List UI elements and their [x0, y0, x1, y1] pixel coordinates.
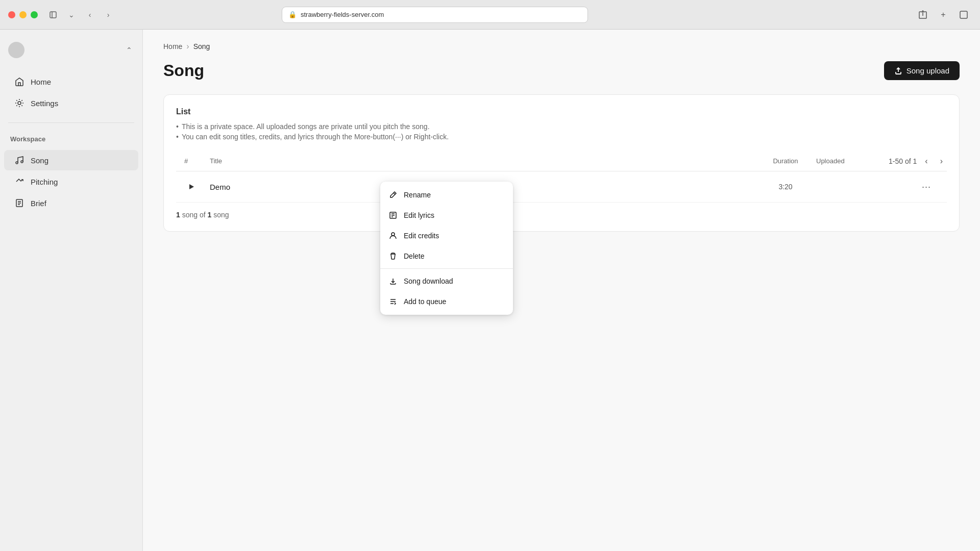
sidebar-item-pitching[interactable]: Pitching — [4, 171, 138, 192]
pagination-range: 1-50 of 1 — [889, 157, 917, 165]
context-menu-delete[interactable]: Delete — [380, 246, 513, 266]
add-to-queue-label: Add to queue — [404, 297, 446, 306]
new-tab-btn[interactable]: + — [935, 7, 951, 23]
list-card-header: List — [176, 107, 947, 116]
queue-icon — [388, 297, 398, 306]
breadcrumb-separator: › — [186, 42, 189, 51]
upload-btn-label: Song upload — [906, 66, 949, 75]
list-info-2: You can edit song titles, credits, and l… — [176, 133, 947, 141]
play-icon — [188, 183, 195, 190]
app-container: ⌃ Home Settings — [0, 30, 980, 551]
svg-rect-3 — [960, 11, 967, 18]
pagination-prev-btn[interactable]: ‹ — [921, 155, 932, 168]
sidebar-item-settings[interactable]: Settings — [4, 93, 138, 113]
edit-credits-label: Edit credits — [404, 232, 439, 240]
svg-rect-0 — [50, 12, 56, 18]
back-btn[interactable]: ‹ — [83, 8, 97, 22]
music-icon — [14, 155, 24, 165]
svg-point-18 — [391, 233, 395, 236]
sidebar-collapse-btn[interactable]: ⌃ — [124, 44, 134, 56]
svg-marker-12 — [189, 184, 194, 189]
browser-chrome: ⌄ ‹ › 🔒 strawberry-fields-server.com + — [0, 0, 980, 30]
upload-icon — [894, 67, 902, 75]
breadcrumb: Home › Song — [163, 42, 960, 51]
sidebar-header: ⌃ — [0, 38, 142, 66]
song-duration: 3:20 — [755, 183, 816, 191]
delete-label: Delete — [404, 252, 424, 260]
main-content: Home › Song Song Song upload List This i… — [143, 30, 980, 551]
sidebar-settings-label: Settings — [31, 99, 58, 108]
song-upload-button[interactable]: Song upload — [884, 61, 960, 80]
sidebar-divider — [8, 122, 134, 123]
table-row: Demo 3:20 ··· — [176, 171, 947, 203]
sidebar-toggle-btn[interactable] — [46, 8, 60, 22]
svg-point-6 — [21, 161, 23, 163]
context-menu: Rename Edit lyrics — [380, 182, 513, 315]
sidebar: ⌃ Home Settings — [0, 30, 143, 551]
rename-label: Rename — [404, 191, 431, 199]
more-options-button[interactable]: ··· — [918, 179, 935, 195]
sidebar-pitching-label: Pitching — [31, 178, 58, 186]
nav-section-main: Home Settings — [0, 66, 142, 118]
brief-icon — [14, 198, 24, 208]
breadcrumb-home[interactable]: Home — [163, 42, 182, 51]
download-icon — [388, 277, 398, 286]
sidebar-item-brief[interactable]: Brief — [4, 193, 138, 213]
workspace-label: Workspace — [0, 127, 142, 145]
close-traffic-light[interactable] — [8, 11, 15, 18]
settings-icon — [14, 98, 24, 108]
pitching-icon — [14, 177, 24, 187]
table-header-row: # Title Duration Uploaded 1-50 of 1 ‹ › — [176, 151, 947, 171]
context-menu-rename[interactable]: Rename — [380, 185, 513, 205]
context-menu-edit-lyrics[interactable]: Edit lyrics — [380, 205, 513, 226]
page-title: Song — [163, 61, 204, 80]
context-menu-edit-credits[interactable]: Edit credits — [380, 226, 513, 246]
lock-icon: 🔒 — [288, 11, 297, 18]
sidebar-item-song[interactable]: Song — [4, 150, 138, 170]
pencil-icon — [388, 190, 398, 199]
song-row-num — [184, 180, 210, 194]
edit-lyrics-label: Edit lyrics — [404, 211, 434, 219]
share-btn[interactable] — [915, 7, 931, 23]
forward-btn[interactable]: › — [101, 8, 115, 22]
url-text: strawberry-fields-server.com — [301, 11, 384, 18]
fullscreen-traffic-light[interactable] — [31, 11, 38, 18]
col-header-num: # — [184, 157, 210, 165]
sidebar-song-label: Song — [31, 156, 48, 165]
svg-line-13 — [394, 193, 395, 194]
traffic-lights — [8, 11, 38, 18]
context-menu-divider — [380, 268, 513, 269]
sidebar-brief-label: Brief — [31, 199, 46, 208]
chevron-down-icon[interactable]: ⌄ — [64, 8, 79, 22]
song-download-label: Song download — [404, 277, 453, 285]
song-count: 1 song of 1 song — [176, 211, 947, 219]
context-menu-song-download[interactable]: Song download — [380, 271, 513, 291]
svg-point-5 — [16, 162, 18, 164]
sidebar-item-home[interactable]: Home — [4, 71, 138, 92]
svg-point-4 — [18, 102, 21, 105]
col-header-title: Title — [210, 157, 755, 165]
list-card: List This is a private space. All upload… — [163, 94, 960, 232]
tabs-btn[interactable] — [955, 7, 972, 23]
browser-nav-controls: ⌄ ‹ › — [46, 8, 115, 22]
breadcrumb-current: Song — [193, 42, 210, 51]
list-info-1: This is a private space. All uploaded so… — [176, 122, 947, 131]
avatar — [8, 42, 24, 58]
page-header: Song Song upload — [163, 61, 960, 80]
nav-section-workspace: Song Pitching — [0, 145, 142, 218]
pagination: 1-50 of 1 ‹ › — [889, 155, 947, 168]
person-icon — [388, 231, 398, 240]
minimize-traffic-light[interactable] — [19, 11, 27, 18]
browser-actions: + — [915, 7, 972, 23]
play-button[interactable] — [184, 180, 199, 194]
sidebar-home-label: Home — [31, 78, 51, 86]
col-header-duration: Duration — [755, 157, 816, 165]
trash-icon — [388, 252, 398, 261]
address-bar[interactable]: 🔒 strawberry-fields-server.com — [282, 7, 588, 23]
song-actions: ··· — [918, 179, 939, 195]
pagination-next-btn[interactable]: › — [936, 155, 947, 168]
lyrics-icon — [388, 211, 398, 220]
home-icon — [14, 77, 24, 87]
context-menu-add-to-queue[interactable]: Add to queue — [380, 291, 513, 312]
